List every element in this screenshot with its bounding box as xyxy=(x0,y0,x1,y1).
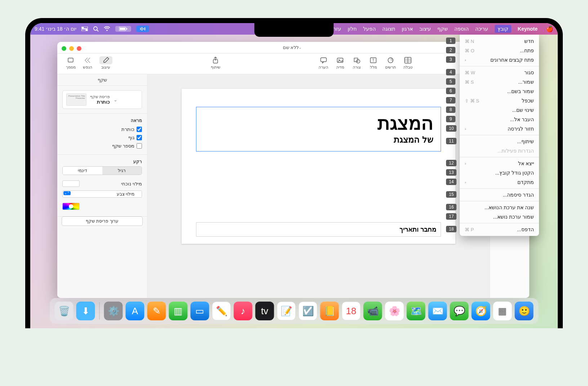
minimize-button[interactable] xyxy=(69,46,74,51)
dock-downloads[interactable]: ⬇ xyxy=(76,302,95,320)
close-button[interactable] xyxy=(77,46,81,51)
slide-canvas[interactable]: המצגת של המצגת מחבר ותאריך xyxy=(147,74,490,298)
checkbox-title[interactable]: כותרת xyxy=(62,125,142,133)
menu-play[interactable]: הפעל xyxy=(363,26,376,32)
menu-item[interactable]: 6שמור בשם... xyxy=(460,87,539,96)
app-name[interactable]: Keynote xyxy=(518,26,538,32)
inspector-tab[interactable]: שקף xyxy=(57,74,147,86)
color-wheel-button[interactable] xyxy=(62,203,80,210)
svg-line-9 xyxy=(97,30,98,31)
dock-photos[interactable]: 🌸 xyxy=(385,302,404,320)
dock-music[interactable]: ♪ xyxy=(234,302,253,320)
dock-maps[interactable]: 🗺️ xyxy=(407,302,426,320)
menu-item[interactable]: 13הקטן גודל קובץ... xyxy=(460,168,539,177)
format-inspector: שקף ⌄ פריסת שקףכותרת Presentation TitleP… xyxy=(57,74,147,298)
dock-pages[interactable]: ✎ xyxy=(147,302,166,320)
menu-window[interactable]: חלון xyxy=(348,26,357,32)
dock-reminders[interactable]: ☑️ xyxy=(299,302,317,320)
menu-item[interactable]: 18הדפס...⌘ P xyxy=(460,225,539,234)
menu-item[interactable]: 2פתח...⌘ O xyxy=(460,46,539,55)
toolbar-animate[interactable]: הנפש xyxy=(79,56,96,70)
seg-dynamic[interactable]: דינמי xyxy=(63,167,102,175)
dock-settings[interactable]: ⚙️ xyxy=(104,302,123,320)
menu-item[interactable]: 7שכפל⇧ ⌘ S xyxy=(460,96,539,105)
toolbar-share[interactable]: שיתוף xyxy=(207,56,224,70)
dock-freeform[interactable]: ✏️ xyxy=(212,302,231,320)
dock: 🙂 ▦ 🧭 💬 ✉️ 🗺️ 🌸 📹 18 📒 ☑️ 📝 tv ♪ ✏️ ▭ ▥ … xyxy=(50,298,539,324)
menu-item[interactable]: 10חזור לגירסה‹ xyxy=(460,124,539,133)
appearance-header: מראה xyxy=(62,118,142,123)
toolbar-comment[interactable]: הערה xyxy=(315,56,332,70)
checkbox-slidenum[interactable]: מספר שקף xyxy=(62,142,142,150)
step-badge: 2 xyxy=(446,47,455,53)
menu-item[interactable]: 8שינוי שם... xyxy=(460,105,539,115)
menu-arrange[interactable]: ארגון xyxy=(402,26,413,32)
dock-contacts[interactable]: 📒 xyxy=(320,302,339,320)
menu-item[interactable]: 5שמור...⌘ S xyxy=(460,77,539,87)
media-icon xyxy=(335,56,345,64)
search-icon[interactable] xyxy=(93,26,99,32)
svg-rect-6 xyxy=(126,28,127,30)
toolbar-shape[interactable]: צורה xyxy=(348,56,365,70)
dock-trash[interactable]: 🗑️ xyxy=(55,302,74,320)
toolbar-chart[interactable]: תרשים xyxy=(382,56,400,70)
menu-item[interactable]: 9העבר אל... xyxy=(460,115,539,124)
title-placeholder[interactable]: המצגת של המצגת xyxy=(196,107,441,152)
slide-footer[interactable]: מחבר ותאריך xyxy=(196,222,441,237)
dock-calendar[interactable]: 18 xyxy=(342,302,361,320)
step-badge: 15 xyxy=(446,191,456,198)
dock-tv[interactable]: tv xyxy=(255,302,274,320)
chevron-left-icon: ‹ xyxy=(465,161,466,166)
seg-normal[interactable]: רגיל xyxy=(102,167,142,175)
menu-view[interactable]: תצוגה xyxy=(382,26,395,32)
menu-format[interactable]: עיצוב xyxy=(419,26,431,32)
menu-item[interactable]: 4סגור⌘ W xyxy=(460,68,539,77)
toolbar-text[interactable]: Tמלל xyxy=(365,56,382,70)
menu-item[interactable]: 15הגדר סיסמה... xyxy=(460,190,539,199)
menu-item[interactable]: 16שנה את ערכת הנושא... xyxy=(460,203,539,212)
slide-layout-picker[interactable]: ⌄ פריסת שקףכותרת Presentation TitlePrese… xyxy=(62,90,142,109)
menu-file[interactable]: קובץ xyxy=(495,25,511,33)
control-center-icon[interactable] xyxy=(81,27,88,31)
menu-item[interactable]: 12ייצא אל‹ xyxy=(460,159,539,168)
background-segmented[interactable]: רגיל דינמי xyxy=(62,166,142,175)
menu-edit[interactable]: עריכה xyxy=(475,26,488,32)
toolbar-media[interactable]: מדיה xyxy=(332,56,348,70)
fill-type-select[interactable]: מילוי צבע xyxy=(62,190,142,198)
window-controls xyxy=(62,46,81,51)
dock-keynote[interactable]: ▭ xyxy=(191,302,209,320)
current-fill-swatch[interactable] xyxy=(62,180,80,187)
slide[interactable]: המצגת של המצגת מחבר ותאריך xyxy=(182,89,455,244)
toolbar-document[interactable]: מסמך xyxy=(62,56,79,70)
dock-mail[interactable]: ✉️ xyxy=(428,302,447,320)
dock-appstore[interactable]: A xyxy=(126,302,144,320)
toolbar-format[interactable]: עיצוב xyxy=(96,56,116,70)
menu-item[interactable]: 11שיתוף... xyxy=(460,137,539,146)
slide-title: המצגת xyxy=(204,114,433,132)
step-badge: 10 xyxy=(446,125,456,132)
chevron-down-icon[interactable]: ⌄ xyxy=(299,45,302,49)
dock-numbers[interactable]: ▥ xyxy=(169,302,188,320)
menu-insert[interactable]: הוספה xyxy=(454,26,469,32)
dock-safari[interactable]: 🧭 xyxy=(472,302,490,320)
edit-slide-layout-button[interactable]: ערוך פריסת שקף xyxy=(62,216,143,226)
apple-menu-icon[interactable]: 🍎 xyxy=(546,26,553,32)
mic-status-icon[interactable] xyxy=(136,26,149,32)
menu-item[interactable]: 1חדש⌘ N xyxy=(460,36,539,46)
menu-slide[interactable]: שקף xyxy=(437,26,448,32)
dock-messages[interactable]: 💬 xyxy=(450,302,469,320)
wifi-icon[interactable] xyxy=(104,26,110,31)
fullscreen-button[interactable] xyxy=(62,46,66,51)
dock-finder[interactable]: 🙂 xyxy=(515,302,534,320)
dock-facetime[interactable]: 📹 xyxy=(364,302,382,320)
dock-launchpad[interactable]: ▦ xyxy=(493,302,512,320)
menu-item[interactable]: 14מתקדם‹ xyxy=(460,177,539,187)
battery-icon[interactable] xyxy=(115,26,131,32)
menubar-clock[interactable]: יום ה׳ 18 בינו׳ 9:41 xyxy=(35,26,76,32)
dock-notes[interactable]: 📝 xyxy=(277,302,296,320)
step-badge: 8 xyxy=(446,106,455,113)
menu-item[interactable]: 17שמור ערכת נושא... xyxy=(460,212,539,221)
checkbox-body[interactable]: גוף xyxy=(62,133,142,142)
toolbar-table[interactable]: טבלה xyxy=(400,56,416,70)
menu-item[interactable]: 3פתח קבצים אחרונים‹ xyxy=(460,55,539,65)
